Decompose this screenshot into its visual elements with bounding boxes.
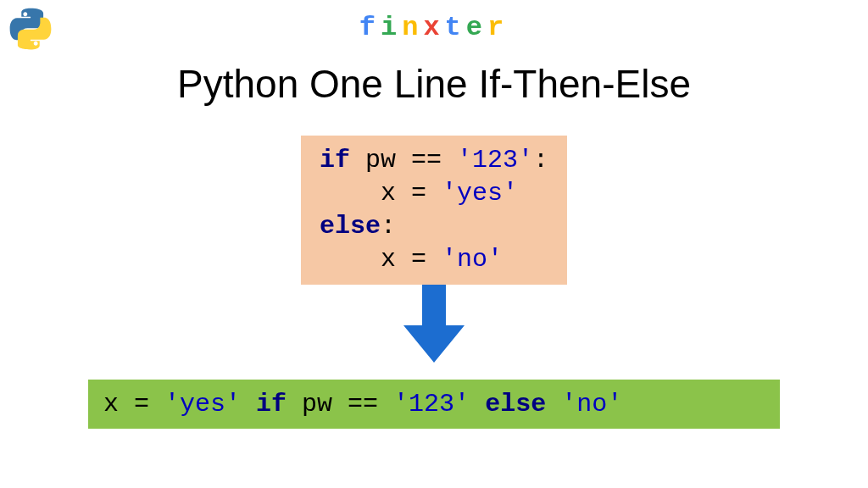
code-text: pw == bbox=[350, 146, 457, 175]
finxter-logo: finxter bbox=[359, 12, 509, 43]
page-title: Python One Line If-Then-Else bbox=[177, 61, 691, 107]
code-text: pw == bbox=[287, 390, 393, 419]
logo-char: i bbox=[381, 12, 402, 43]
logo-char: e bbox=[466, 12, 487, 43]
code-text: x = bbox=[320, 179, 442, 208]
code-text: x = bbox=[320, 245, 442, 274]
string-literal: '123' bbox=[457, 146, 533, 175]
code-text: x = bbox=[103, 390, 164, 419]
code-block-oneline: x = 'yes' if pw == '123' else 'no' bbox=[88, 380, 780, 429]
code-block-multiline: if pw == '123': x = 'yes' else: x = 'no' bbox=[301, 136, 567, 285]
keyword-if: if bbox=[320, 146, 350, 175]
string-literal: 'no' bbox=[561, 390, 622, 419]
logo-char: f bbox=[359, 12, 381, 43]
logo-char: x bbox=[423, 12, 444, 43]
python-logo-icon bbox=[8, 7, 53, 54]
code-text bbox=[241, 390, 256, 419]
logo-char: t bbox=[445, 12, 466, 43]
code-text: : bbox=[533, 146, 548, 175]
logo-char: r bbox=[487, 12, 509, 43]
string-literal: 'no' bbox=[442, 245, 503, 274]
string-literal: 'yes' bbox=[442, 179, 518, 208]
string-literal: 'yes' bbox=[164, 390, 241, 419]
logo-char: n bbox=[402, 12, 423, 43]
code-text bbox=[546, 390, 561, 419]
code-text bbox=[470, 390, 485, 419]
code-text: : bbox=[381, 212, 396, 241]
keyword-else: else bbox=[485, 390, 546, 419]
keyword-else: else bbox=[320, 212, 381, 241]
arrow-down-icon bbox=[403, 285, 465, 366]
string-literal: '123' bbox=[393, 390, 470, 419]
keyword-if: if bbox=[256, 390, 287, 419]
